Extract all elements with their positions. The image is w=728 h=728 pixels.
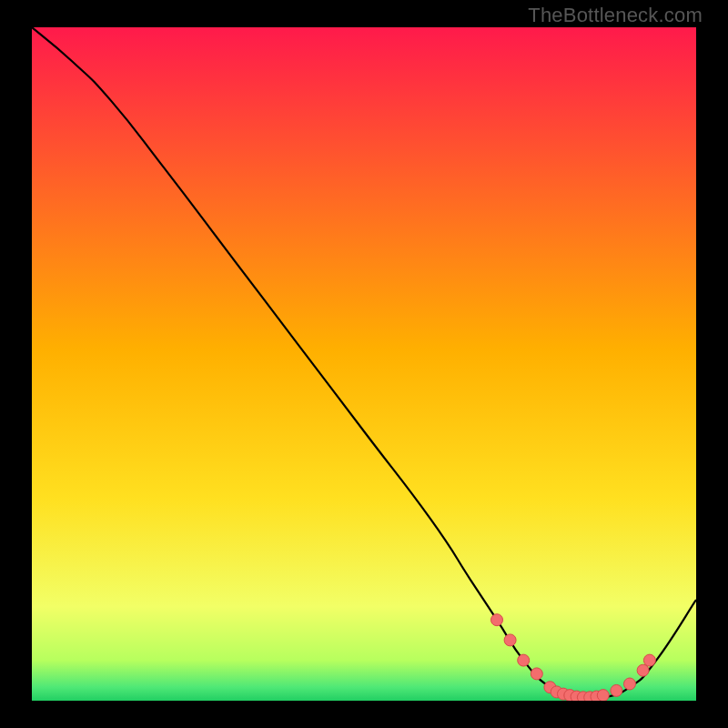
- chart-frame: [32, 27, 696, 701]
- marker-dot: [504, 634, 516, 646]
- marker-dot: [597, 690, 609, 701]
- marker-dot: [643, 654, 655, 666]
- watermark-text: TheBottleneck.com: [528, 4, 703, 27]
- marker-dot: [531, 668, 542, 680]
- marker-dot: [611, 684, 622, 696]
- marker-dot: [637, 664, 649, 676]
- marker-dot: [624, 678, 636, 690]
- marker-dot: [491, 614, 503, 626]
- gradient-background: [32, 27, 696, 701]
- bottleneck-chart: [32, 27, 696, 701]
- marker-dot: [518, 654, 530, 666]
